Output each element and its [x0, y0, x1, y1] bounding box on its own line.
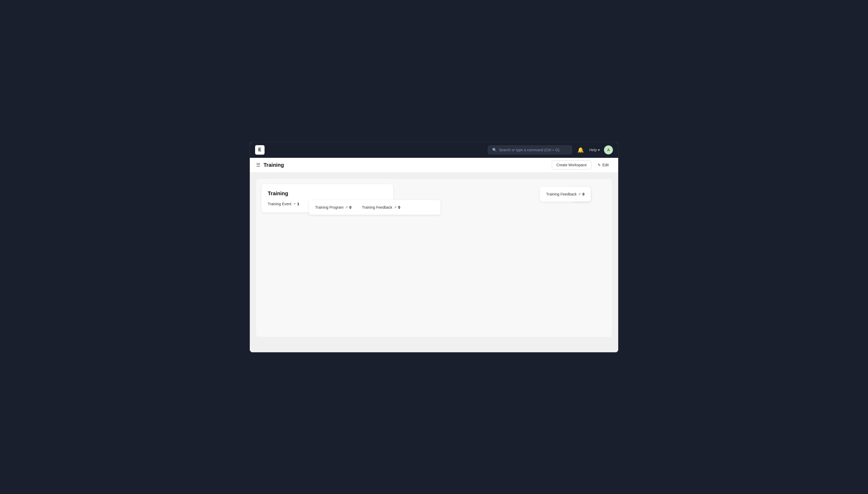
training-program-arrow-icon: ↗: [345, 206, 348, 209]
edit-button[interactable]: ✎ Edit: [595, 161, 612, 169]
workspace-area: Training Training Event ↗ 1 Training Res…: [256, 179, 612, 337]
training-feedback-right-value: 0: [582, 192, 584, 196]
training-program-value: 0: [350, 205, 352, 209]
edit-icon: ✎: [598, 163, 601, 167]
training-feedback-label: Training Feedback: [362, 205, 392, 209]
edit-label: Edit: [602, 163, 609, 167]
training-event-arrow-icon: ↗: [293, 202, 296, 206]
avatar[interactable]: A: [604, 146, 613, 154]
search-placeholder: Search or type a command (Ctrl + G): [499, 148, 560, 152]
stat-training-event[interactable]: Training Event ↗ 1: [268, 202, 299, 206]
training-feedback-right-arrow-icon: ↗: [578, 192, 581, 196]
app-screen: E 🔍 Search or type a command (Ctrl + G) …: [249, 142, 619, 353]
training-event-value: 1: [297, 202, 299, 206]
search-icon: 🔍: [492, 148, 497, 152]
logo[interactable]: E: [255, 145, 265, 155]
secondary-card-stats: Training Program ↗ 0 Training Feedback ↗…: [315, 205, 434, 209]
training-program-label: Training Program: [315, 205, 344, 209]
help-chevron-icon: ▾: [598, 148, 600, 152]
hamburger-icon[interactable]: ☰: [256, 162, 260, 168]
page-title: Training: [264, 162, 549, 168]
training-feedback-value: 0: [398, 205, 400, 209]
main-content: Training Training Event ↗ 1 Training Res…: [250, 173, 618, 352]
training-feedback-right-label: Training Feedback: [546, 192, 577, 196]
stat-training-feedback[interactable]: Training Feedback ↗ 0: [362, 205, 400, 209]
training-event-label: Training Event: [268, 202, 291, 206]
stat-training-program[interactable]: Training Program ↗ 0: [315, 205, 351, 209]
search-bar[interactable]: 🔍 Search or type a command (Ctrl + G): [488, 146, 572, 154]
card-title: Training: [268, 190, 387, 196]
help-label: Help: [589, 148, 597, 152]
training-feedback-card-right: Training Feedback ↗ 0: [540, 187, 591, 202]
create-workspace-button[interactable]: Create Workspace: [552, 160, 591, 169]
training-feedback-arrow-icon: ↗: [394, 206, 397, 209]
page-header: ☰ Training Create Workspace ✎ Edit: [250, 158, 618, 173]
help-button[interactable]: Help ▾: [589, 148, 600, 152]
bell-icon[interactable]: 🔔: [576, 146, 585, 154]
training-secondary-card: Training Program ↗ 0 Training Feedback ↗…: [309, 200, 440, 215]
top-nav: E 🔍 Search or type a command (Ctrl + G) …: [250, 142, 618, 158]
